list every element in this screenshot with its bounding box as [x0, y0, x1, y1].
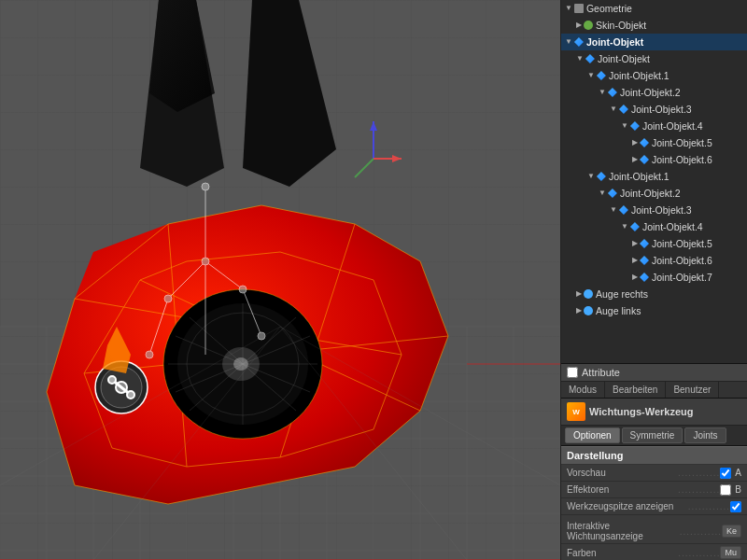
tree-label-joint-objekt-1b: Joint-Objekt.1 — [609, 169, 669, 184]
prop-label-4: Interaktive Wichtungsanzeige — [567, 521, 680, 541]
tree-label-joint-objekt-3a: Joint-Objekt.3 — [631, 102, 692, 117]
skin-icon-skin-objekt — [584, 21, 593, 30]
prop-dots-2: ............ — [688, 501, 730, 511]
prop-label-1: Effektoren — [567, 484, 678, 495]
tree-item-joint-objekt[interactable]: ▼Joint-Objekt — [561, 34, 747, 50]
tree-arrow-joint-objekt-6a: ▶ — [632, 152, 638, 167]
tree-item-auge-rechts[interactable]: ▶Auge rechts — [561, 286, 747, 302]
svg-point-75 — [202, 183, 209, 190]
tree-item-joint-objekt-2b[interactable]: ▼Joint-Objekt.2 — [561, 185, 747, 202]
prop-row-5: Farben ............Mu — [561, 544, 747, 560]
tree-item-auge-links[interactable]: ▶Auge links — [561, 302, 747, 319]
tree-item-joint-objekt-1b[interactable]: ▼Joint-Objekt.1 — [561, 168, 747, 185]
tree-item-joint-objekt-6b[interactable]: ▶Joint-Objekt.6 — [561, 252, 747, 269]
tree-arrow-joint-objekt-1b: ▼ — [587, 169, 595, 184]
tree-arrow-joint-objekt-4b: ▼ — [621, 219, 628, 234]
tree-item-joint-objekt-3a[interactable]: ▼Joint-Objekt.3 — [561, 101, 747, 118]
svg-point-67 — [108, 376, 116, 384]
geom-icon-geometrie — [574, 4, 584, 13]
tree-label-joint-objekt-2b: Joint-Objekt.2 — [620, 186, 681, 201]
tree-arrow-joint-objekt-2b: ▼ — [599, 186, 606, 201]
subtab-symmetrie[interactable]: Symmetrie — [622, 427, 684, 443]
tree-arrow-skin-objekt: ▶ — [576, 18, 582, 33]
tree-item-joint-objekt-5b[interactable]: ▶Joint-Objekt.5 — [561, 235, 747, 252]
prop-right-label-0: A — [735, 468, 741, 478]
tree-label-joint-objekt-7b: Joint-Objekt.7 — [652, 270, 712, 285]
tree-item-joint-objekt-4a[interactable]: ▼Joint-Objekt.4 — [561, 118, 747, 134]
tree-arrow-auge-links: ▶ — [576, 303, 582, 318]
prop-dots-4: ............ — [680, 526, 722, 537]
tree-label-auge-rechts: Auge rechts — [596, 287, 648, 301]
prop-checkbox-2[interactable] — [730, 501, 741, 512]
prop-button-4[interactable]: Ke — [722, 525, 741, 538]
tool-name: Wichtungs-Werkzeug — [589, 406, 694, 417]
prop-row-0: Vorschau ............A — [561, 465, 747, 482]
joint-icon-joint-objekt-1a — [597, 71, 606, 80]
prop-label-5: Farben — [567, 548, 678, 558]
tree-arrow-joint-objekt-2a: ▼ — [599, 85, 606, 100]
joint-icon-joint-objekt-3b — [619, 205, 628, 215]
scene-tree[interactable]: ▼Geometrie▶Skin-Objekt▼Joint-Objekt▼Join… — [561, 0, 747, 364]
subtab-optionen[interactable]: Optionen — [565, 427, 620, 443]
attr-tab-bearbeiten[interactable]: Bearbeiten — [605, 382, 666, 398]
eye-icon-auge-links — [584, 306, 593, 315]
tree-item-joint-objekt-6a[interactable]: ▶Joint-Objekt.6 — [561, 151, 747, 168]
attr-tab-modus[interactable]: Modus — [561, 382, 605, 398]
tree-label-joint-objekt-a: Joint-Objekt — [598, 51, 650, 66]
prop-checkbox-1[interactable] — [720, 484, 731, 496]
tree-arrow-joint-objekt-3a: ▼ — [610, 102, 617, 117]
tree-label-joint-objekt-1a: Joint-Objekt.1 — [609, 68, 669, 83]
svg-point-78 — [239, 286, 247, 293]
attr-tab-benutzer[interactable]: Benutzer — [666, 382, 719, 398]
tree-arrow-joint-objekt-1a: ▼ — [587, 68, 595, 83]
tool-icon: W — [567, 402, 585, 421]
prop-checkbox-0[interactable] — [720, 468, 731, 479]
tree-label-joint-objekt-6a: Joint-Objekt.6 — [652, 152, 712, 167]
viewport[interactable] — [0, 0, 560, 560]
joint-icon-joint-objekt-1b — [597, 172, 606, 181]
svg-marker-21 — [243, 0, 336, 187]
joint-icon-joint-objekt-5b — [640, 239, 649, 248]
joint-icon-joint-objekt-5a — [640, 138, 649, 147]
joint-icon-joint-objekt-a — [585, 54, 595, 63]
tree-arrow-joint-objekt: ▼ — [565, 35, 572, 49]
tree-item-skin-objekt[interactable]: ▶Skin-Objekt — [561, 17, 747, 34]
prop-row-1: Effektoren ............B — [561, 482, 747, 498]
tree-item-geometrie[interactable]: ▼Geometrie — [561, 0, 747, 17]
svg-point-80 — [146, 351, 153, 358]
tree-arrow-joint-objekt-5a: ▶ — [632, 135, 638, 150]
prop-label-0: Vorschau — [567, 468, 678, 478]
svg-point-77 — [164, 295, 172, 302]
svg-point-62 — [233, 357, 248, 371]
tree-item-joint-objekt-2a[interactable]: ▼Joint-Objekt.2 — [561, 84, 747, 101]
subtab-joints[interactable]: Joints — [684, 427, 726, 443]
tree-item-joint-objekt-3b[interactable]: ▼Joint-Objekt.3 — [561, 202, 747, 218]
tree-item-joint-objekt-4b[interactable]: ▼Joint-Objekt.4 — [561, 218, 747, 235]
joint-icon-joint-objekt — [574, 37, 584, 47]
tree-arrow-auge-rechts: ▶ — [576, 287, 582, 301]
tree-label-joint-objekt-4a: Joint-Objekt.4 — [642, 119, 703, 133]
svg-point-76 — [202, 258, 209, 265]
prop-label-2: Werkzeugspitze anzeigen — [567, 501, 688, 511]
joint-icon-joint-objekt-7b — [640, 273, 649, 282]
joint-icon-joint-objekt-6b — [640, 256, 649, 265]
tool-header: W Wichtungs-Werkzeug — [561, 399, 747, 426]
prop-right-label-1: B — [735, 484, 741, 495]
prop-button-5[interactable]: Mu — [720, 546, 741, 559]
subtabs: OptionenSymmetrieJoints — [561, 426, 747, 446]
tree-label-joint-objekt-2a: Joint-Objekt.2 — [620, 85, 681, 100]
tree-item-joint-objekt-5a[interactable]: ▶Joint-Objekt.5 — [561, 134, 747, 151]
props-container: Vorschau ............AEffektoren .......… — [561, 465, 747, 560]
joint-icon-joint-objekt-2a — [608, 88, 617, 97]
tree-item-joint-objekt-1a[interactable]: ▼Joint-Objekt.1 — [561, 67, 747, 84]
eye-icon-auge-rechts — [584, 289, 593, 299]
tree-item-joint-objekt-7b[interactable]: ▶Joint-Objekt.7 — [561, 269, 747, 286]
tree-label-skin-objekt: Skin-Objekt — [596, 18, 646, 33]
attribute-title: Attribute — [582, 367, 620, 378]
attribute-checkbox[interactable] — [567, 367, 578, 378]
section-darstellung: Darstellung — [561, 446, 747, 465]
prop-dots-0: ............ — [678, 468, 720, 478]
tree-label-joint-objekt-4b: Joint-Objekt.4 — [642, 219, 703, 234]
tree-label-joint-objekt-3b: Joint-Objekt.3 — [631, 203, 692, 217]
tree-item-joint-objekt-a[interactable]: ▼Joint-Objekt — [561, 50, 747, 67]
